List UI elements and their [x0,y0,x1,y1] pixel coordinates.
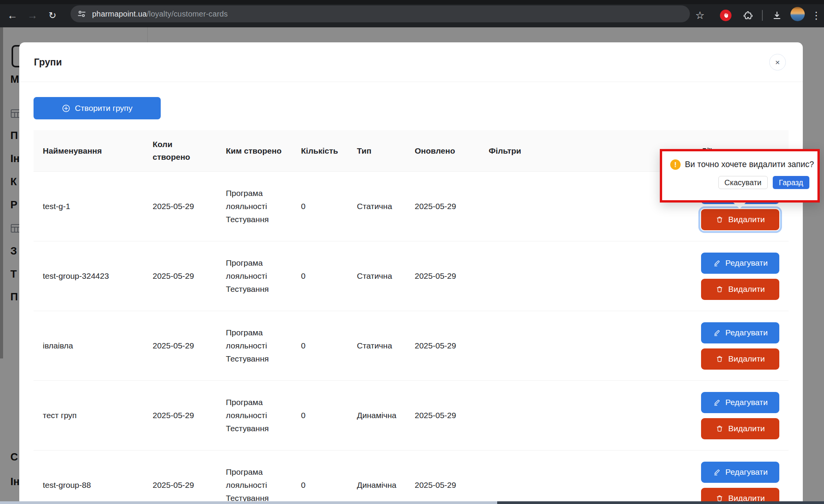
table-row: test-group-88 2025-05-29 Програма лояльн… [34,450,789,504]
adblock-extension-icon[interactable] [718,8,733,23]
plus-circle-icon [62,104,71,113]
delete-button-label: Видалити [728,424,765,433]
cell-created-by: Програма лояльності Тестування [217,187,292,226]
extensions-puzzle-icon[interactable] [740,8,756,23]
cell-count: 0 [292,481,348,490]
groups-modal: Групи × Створити групу Найменування Коли… [19,42,803,504]
warning-icon: ! [670,159,681,170]
header-created-label: Коли створено [153,138,200,163]
close-button[interactable]: × [769,54,786,70]
cell-created: 2025-05-29 [143,341,217,350]
cell-actions: Редагувати Видалити [649,392,789,439]
cell-actions: Редагувати Видалити [649,253,789,300]
browser-forward-button[interactable]: → [25,8,40,23]
header-created-by: Ким створено [217,146,292,156]
window-top-edge [0,0,824,4]
modal-body: Створити групу Найменування Коли створен… [19,82,803,504]
edit-button[interactable]: Редагувати [701,392,779,413]
trash-icon [715,285,724,293]
url-host: pharmapoint.ua [92,10,147,18]
cell-created-by: Програма лояльності Тестування [217,396,292,435]
browser-reload-button[interactable]: ↻ [45,8,60,23]
create-group-label: Створити групу [75,104,132,113]
cell-type: Статична [348,341,405,350]
header-created: Коли створено [143,138,217,163]
bookmark-star-icon[interactable]: ☆ [692,8,708,23]
delete-confirm-popover: ! Ви точно хочете видалити запис? Скасув… [660,149,820,203]
edit-pencil-icon [713,468,721,476]
cell-created: 2025-05-29 [143,271,217,281]
table-row: тест груп 2025-05-29 Програма лояльності… [34,381,789,450]
trash-icon [715,215,724,224]
header-updated: Оновлено [405,146,479,156]
cell-count: 0 [292,411,348,420]
site-info-icon[interactable] [76,8,87,20]
cell-updated: 2025-05-29 [405,202,479,211]
delete-button[interactable]: Видалити [701,279,779,300]
popover-message-row: ! Ви точно хочете видалити запис? [662,151,817,170]
edit-button-label: Редагувати [725,328,768,337]
delete-button-label: Видалити [728,215,765,224]
cancel-button[interactable]: Скасувати [718,176,768,189]
table-row: test-group-324423 2025-05-29 Програма ло… [34,241,789,311]
cell-count: 0 [292,271,348,281]
cell-name: test-g-1 [34,202,143,211]
popover-actions: Скасувати Гаразд [662,176,817,189]
modal-header: Групи × [19,42,803,82]
cell-name: test-group-88 [34,481,143,490]
bottom-scrollbar [0,501,824,504]
edit-button-label: Редагувати [725,398,768,407]
browser-menu-icon[interactable]: ⋮ [809,8,824,23]
cell-updated: 2025-05-29 [405,411,479,420]
cell-created: 2025-05-29 [143,411,217,420]
create-group-button[interactable]: Створити групу [34,97,161,119]
cell-type: Динамічна [348,411,405,420]
edit-button[interactable]: Редагувати [701,322,779,343]
cell-type: Статична [348,202,405,211]
table-row: івлаівла 2025-05-29 Програма лояльності … [34,311,789,381]
cell-name: івлаівла [34,341,143,350]
popover-message: Ви точно хочете видалити запис? [685,160,814,169]
cell-updated: 2025-05-29 [405,271,479,281]
cell-count: 0 [292,341,348,350]
trash-icon [715,355,724,363]
edit-button[interactable]: Редагувати [701,462,779,483]
delete-button[interactable]: Видалити [701,418,779,439]
edit-button[interactable]: Редагувати [701,253,779,274]
toolbar-separator [762,10,763,21]
browser-back-button[interactable]: ← [5,8,20,23]
bottom-scrollbar-thumb [497,501,824,504]
edit-button-label: Редагувати [725,467,768,477]
header-count: Кількість [292,146,348,156]
url-text: pharmapoint.ua/loyalty/customer-cards [92,10,228,18]
cell-type: Статична [348,271,405,281]
cell-actions: Редагувати Видалити [649,322,789,370]
download-icon[interactable] [769,8,785,23]
cell-created-by: Програма лояльності Тестування [217,465,292,504]
modal-title: Групи [34,57,62,68]
ok-button[interactable]: Гаразд [773,176,809,189]
browser-toolbar: ← → ↻ pharmapoint.ua/loyalty/customer-ca… [0,0,824,27]
address-bar[interactable]: pharmapoint.ua/loyalty/customer-cards [71,5,690,22]
url-path: /loyalty/customer-cards [147,10,228,18]
header-name: Найменування [34,146,143,156]
cell-created: 2025-05-29 [143,202,217,211]
profile-avatar[interactable] [790,7,805,21]
edit-pencil-icon [713,328,721,337]
cell-type: Динамічна [348,481,405,490]
edit-button-label: Редагувати [725,258,768,268]
adblock-hand-icon [720,10,732,21]
header-filters: Фільтри [479,146,649,156]
cell-count: 0 [292,202,348,211]
cell-name: тест груп [34,411,143,420]
cell-actions: Редагувати Видалити [649,462,789,504]
edit-pencil-icon [713,259,721,267]
delete-button-label: Видалити [728,354,765,363]
close-icon: × [775,58,780,67]
delete-button[interactable]: Видалити [701,209,779,230]
page-background: М П Ін К Р З Т П С Ін Групи × [0,27,824,504]
header-type: Тип [348,146,405,156]
delete-button[interactable]: Видалити [701,348,779,370]
trash-icon [715,424,724,433]
cell-name: test-group-324423 [34,271,143,281]
